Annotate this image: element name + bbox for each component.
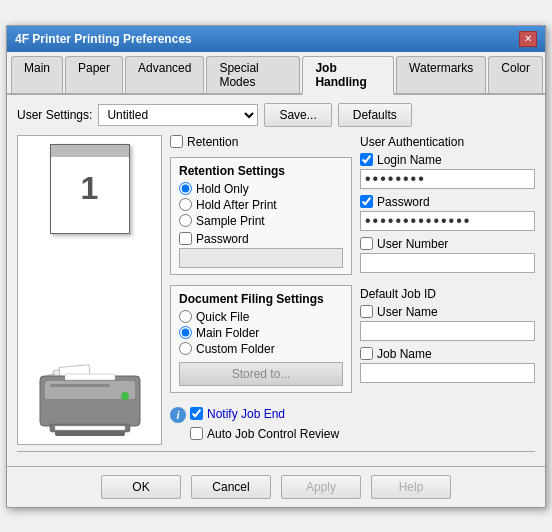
help-button[interactable]: Help [371, 475, 451, 499]
notify-job-end-checkbox[interactable] [190, 407, 203, 420]
tab-job-handling[interactable]: Job Handling [302, 56, 394, 95]
retention-option-sample-print: Sample Print [179, 214, 343, 228]
cancel-button[interactable]: Cancel [191, 475, 271, 499]
retention-option-hold-after-print: Hold After Print [179, 198, 343, 212]
defaults-button[interactable]: Defaults [338, 103, 412, 127]
settings-panel: Retention Retention Settings Hold Only H… [170, 135, 352, 445]
svg-point-8 [121, 392, 129, 400]
job-user-name-label: User Name [377, 305, 438, 319]
hold-after-print-radio[interactable] [179, 198, 192, 211]
title-bar-controls: ✕ [519, 31, 537, 47]
document-filing-title: Document Filing Settings [179, 292, 343, 306]
default-job-id-group: Default Job ID User Name Job Name [360, 287, 535, 383]
password-dots: •••••••••••••• [360, 211, 535, 231]
quick-file-option: Quick File [179, 310, 343, 324]
job-user-name-row: User Name [360, 305, 535, 319]
retention-password-checkbox[interactable] [179, 232, 192, 245]
tab-bar: Main Paper Advanced Special Modes Job Ha… [7, 52, 545, 95]
content-area: User Settings: Untitled Save... Defaults… [7, 95, 545, 466]
tab-watermarks[interactable]: Watermarks [396, 56, 486, 93]
printer-illustration [26, 244, 153, 436]
tab-advanced[interactable]: Advanced [125, 56, 204, 93]
preview-panel: 1 [17, 135, 162, 445]
window-title: 4F Printer Printing Preferences [15, 32, 192, 46]
job-name-input[interactable] [360, 363, 535, 383]
svg-rect-10 [55, 431, 125, 436]
apply-button[interactable]: Apply [281, 475, 361, 499]
login-name-checkbox[interactable] [360, 153, 373, 166]
notify-row: i Notify Job End [170, 407, 352, 423]
login-name-label: Login Name [377, 153, 442, 167]
hold-only-radio[interactable] [179, 182, 192, 195]
retention-header: Retention [170, 135, 352, 149]
job-user-name-checkbox[interactable] [360, 305, 373, 318]
right-panel: User Authentication Login Name •••••••• … [360, 135, 535, 445]
retention-checkbox[interactable] [170, 135, 183, 148]
default-job-id-title: Default Job ID [360, 287, 535, 301]
close-button[interactable]: ✕ [519, 31, 537, 47]
quick-file-label: Quick File [196, 310, 249, 324]
tab-color[interactable]: Color [488, 56, 543, 93]
svg-rect-7 [55, 426, 125, 430]
user-authentication-group: User Authentication Login Name •••••••• … [360, 135, 535, 279]
notify-section: i Notify Job End Auto Job Control Review [170, 403, 352, 443]
user-settings-row: User Settings: Untitled Save... Defaults [17, 103, 535, 127]
main-folder-label: Main Folder [196, 326, 259, 340]
main-window: 4F Printer Printing Preferences ✕ Main P… [6, 25, 546, 508]
svg-rect-9 [65, 374, 115, 380]
password-row: Password [360, 195, 535, 209]
retention-settings-group: Retention Settings Hold Only Hold After … [170, 157, 352, 275]
main-folder-radio[interactable] [179, 326, 192, 339]
auto-job-control-checkbox[interactable] [190, 427, 203, 440]
separator [17, 451, 535, 452]
user-number-label: User Number [377, 237, 448, 251]
ok-button[interactable]: OK [101, 475, 181, 499]
retention-option-hold-only: Hold Only [179, 182, 343, 196]
svg-rect-5 [50, 384, 110, 387]
job-name-label: Job Name [377, 347, 432, 361]
main-folder-option: Main Folder [179, 326, 343, 340]
info-icon: i [170, 407, 186, 423]
main-body: 1 [17, 135, 535, 445]
auto-job-control-row: Auto Job Control Review [190, 427, 352, 441]
job-user-name-input[interactable] [360, 321, 535, 341]
retention-password-row: Password [179, 232, 343, 246]
custom-folder-label: Custom Folder [196, 342, 275, 356]
job-name-checkbox[interactable] [360, 347, 373, 360]
password-checkbox[interactable] [360, 195, 373, 208]
custom-folder-option: Custom Folder [179, 342, 343, 356]
preview-page: 1 [50, 144, 130, 234]
bottom-bar: OK Cancel Apply Help [7, 466, 545, 507]
stored-to-button[interactable]: Stored to... [179, 362, 343, 386]
hold-only-label: Hold Only [196, 182, 249, 196]
user-number-checkbox[interactable] [360, 237, 373, 250]
document-filing-group: Document Filing Settings Quick File Main… [170, 285, 352, 393]
password-label: Password [377, 195, 430, 209]
sample-print-radio[interactable] [179, 214, 192, 227]
quick-file-radio[interactable] [179, 310, 192, 323]
tab-special-modes[interactable]: Special Modes [206, 56, 300, 93]
hold-after-print-label: Hold After Print [196, 198, 277, 212]
sample-print-label: Sample Print [196, 214, 265, 228]
user-number-input[interactable] [360, 253, 535, 273]
user-settings-label: User Settings: [17, 108, 92, 122]
retention-label: Retention [187, 135, 238, 149]
retention-settings-title: Retention Settings [179, 164, 343, 178]
title-bar: 4F Printer Printing Preferences ✕ [7, 26, 545, 52]
tab-main[interactable]: Main [11, 56, 63, 93]
user-authentication-title: User Authentication [360, 135, 535, 149]
login-name-dots: •••••••• [360, 169, 535, 189]
login-name-row: Login Name [360, 153, 535, 167]
retention-password-label: Password [196, 232, 249, 246]
save-button[interactable]: Save... [264, 103, 331, 127]
tab-paper[interactable]: Paper [65, 56, 123, 93]
notify-checkbox-row: Notify Job End [190, 407, 285, 421]
retention-password-input[interactable] [179, 248, 343, 268]
notify-job-end-label[interactable]: Notify Job End [207, 407, 285, 421]
printer-svg [30, 276, 150, 436]
custom-folder-radio[interactable] [179, 342, 192, 355]
user-settings-select[interactable]: Untitled [98, 104, 258, 126]
auto-job-control-label: Auto Job Control Review [207, 427, 339, 441]
page-number: 1 [81, 170, 99, 207]
user-number-row: User Number [360, 237, 535, 251]
